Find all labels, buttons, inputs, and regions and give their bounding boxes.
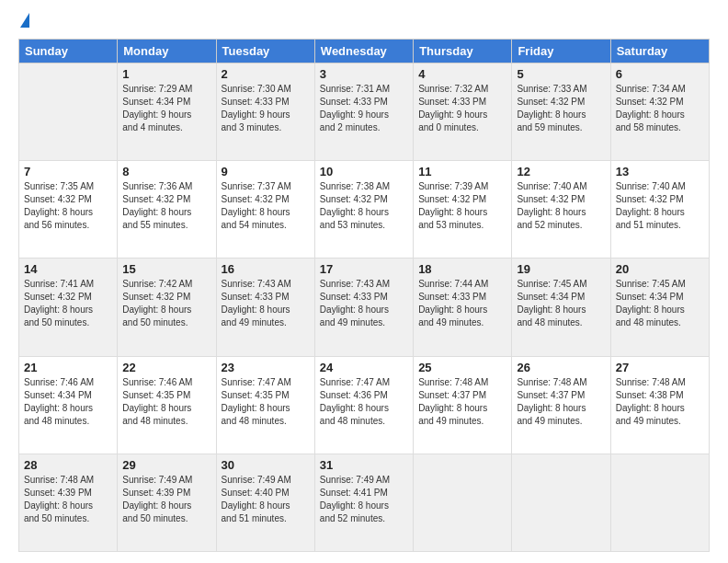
calendar-cell: 25Sunrise: 7:48 AMSunset: 4:37 PMDayligh… bbox=[414, 356, 512, 454]
cell-info: Sunrise: 7:45 AMSunset: 4:34 PMDaylight:… bbox=[616, 278, 704, 329]
calendar-cell: 20Sunrise: 7:45 AMSunset: 4:34 PMDayligh… bbox=[610, 259, 709, 356]
calendar-cell: 28Sunrise: 7:48 AMSunset: 4:39 PMDayligh… bbox=[19, 454, 118, 551]
logo bbox=[18, 15, 26, 29]
cell-day-number: 1 bbox=[122, 67, 210, 81]
cell-day-number: 24 bbox=[320, 361, 408, 374]
cell-day-number: 19 bbox=[517, 262, 605, 276]
header-day-friday: Friday bbox=[512, 40, 610, 63]
calendar-cell: 10Sunrise: 7:38 AMSunset: 4:32 PMDayligh… bbox=[314, 161, 413, 259]
cell-day-number: 28 bbox=[24, 458, 112, 472]
cell-day-number: 11 bbox=[418, 165, 506, 178]
calendar-cell bbox=[512, 454, 610, 551]
cell-info: Sunrise: 7:38 AMSunset: 4:32 PMDaylight:… bbox=[320, 180, 408, 232]
cell-info: Sunrise: 7:47 AMSunset: 4:36 PMDaylight:… bbox=[320, 376, 408, 428]
cell-day-number: 16 bbox=[222, 262, 310, 276]
header-day-wednesday: Wednesday bbox=[314, 40, 413, 63]
cell-day-number: 22 bbox=[122, 361, 210, 374]
header-day-thursday: Thursday bbox=[414, 40, 512, 63]
calendar-cell: 19Sunrise: 7:45 AMSunset: 4:34 PMDayligh… bbox=[512, 259, 610, 356]
cell-day-number: 9 bbox=[222, 165, 310, 178]
cell-info: Sunrise: 7:47 AMSunset: 4:35 PMDaylight:… bbox=[222, 376, 310, 428]
cell-day-number: 29 bbox=[122, 458, 210, 472]
calendar-cell: 6Sunrise: 7:34 AMSunset: 4:32 PMDaylight… bbox=[610, 63, 709, 161]
calendar-cell: 27Sunrise: 7:48 AMSunset: 4:38 PMDayligh… bbox=[610, 356, 709, 454]
calendar-cell bbox=[19, 63, 118, 161]
cell-info: Sunrise: 7:42 AMSunset: 4:32 PMDaylight:… bbox=[122, 278, 210, 329]
cell-day-number: 5 bbox=[517, 67, 605, 81]
header-day-tuesday: Tuesday bbox=[216, 40, 314, 63]
cell-info: Sunrise: 7:40 AMSunset: 4:32 PMDaylight:… bbox=[616, 180, 704, 232]
calendar-cell: 15Sunrise: 7:42 AMSunset: 4:32 PMDayligh… bbox=[118, 259, 216, 356]
calendar-cell: 2Sunrise: 7:30 AMSunset: 4:33 PMDaylight… bbox=[216, 63, 314, 161]
calendar-week-3: 14Sunrise: 7:41 AMSunset: 4:32 PMDayligh… bbox=[19, 259, 710, 356]
calendar-cell: 26Sunrise: 7:48 AMSunset: 4:37 PMDayligh… bbox=[512, 356, 610, 454]
cell-info: Sunrise: 7:46 AMSunset: 4:35 PMDaylight:… bbox=[122, 376, 210, 428]
calendar-cell: 4Sunrise: 7:32 AMSunset: 4:33 PMDaylight… bbox=[414, 63, 512, 161]
calendar-week-5: 28Sunrise: 7:48 AMSunset: 4:39 PMDayligh… bbox=[19, 454, 710, 551]
calendar-cell: 12Sunrise: 7:40 AMSunset: 4:32 PMDayligh… bbox=[512, 161, 610, 259]
cell-day-number: 15 bbox=[122, 262, 210, 276]
calendar-cell: 5Sunrise: 7:33 AMSunset: 4:32 PMDaylight… bbox=[512, 63, 610, 161]
calendar-cell: 13Sunrise: 7:40 AMSunset: 4:32 PMDayligh… bbox=[610, 161, 709, 259]
cell-info: Sunrise: 7:37 AMSunset: 4:32 PMDaylight:… bbox=[222, 180, 310, 232]
calendar-cell: 1Sunrise: 7:29 AMSunset: 4:34 PMDaylight… bbox=[118, 63, 216, 161]
calendar-cell: 24Sunrise: 7:47 AMSunset: 4:36 PMDayligh… bbox=[314, 356, 413, 454]
calendar-cell: 8Sunrise: 7:36 AMSunset: 4:32 PMDaylight… bbox=[118, 161, 216, 259]
cell-day-number: 12 bbox=[517, 165, 605, 178]
cell-info: Sunrise: 7:48 AMSunset: 4:39 PMDaylight:… bbox=[24, 474, 112, 525]
cell-info: Sunrise: 7:29 AMSunset: 4:34 PMDaylight:… bbox=[122, 83, 210, 134]
calendar-cell: 11Sunrise: 7:39 AMSunset: 4:32 PMDayligh… bbox=[414, 161, 512, 259]
calendar-cell: 21Sunrise: 7:46 AMSunset: 4:34 PMDayligh… bbox=[19, 356, 118, 454]
cell-day-number: 2 bbox=[222, 67, 310, 81]
calendar-cell: 23Sunrise: 7:47 AMSunset: 4:35 PMDayligh… bbox=[216, 356, 314, 454]
cell-day-number: 25 bbox=[418, 361, 506, 374]
calendar-cell: 14Sunrise: 7:41 AMSunset: 4:32 PMDayligh… bbox=[19, 259, 118, 356]
calendar-cell: 17Sunrise: 7:43 AMSunset: 4:33 PMDayligh… bbox=[314, 259, 413, 356]
cell-info: Sunrise: 7:48 AMSunset: 4:38 PMDaylight:… bbox=[616, 376, 704, 428]
cell-info: Sunrise: 7:46 AMSunset: 4:34 PMDaylight:… bbox=[24, 376, 112, 428]
header-day-saturday: Saturday bbox=[610, 40, 709, 63]
cell-info: Sunrise: 7:34 AMSunset: 4:32 PMDaylight:… bbox=[616, 83, 704, 134]
cell-info: Sunrise: 7:45 AMSunset: 4:34 PMDaylight:… bbox=[517, 278, 605, 329]
cell-day-number: 14 bbox=[24, 262, 112, 276]
cell-info: Sunrise: 7:49 AMSunset: 4:41 PMDaylight:… bbox=[320, 474, 408, 525]
calendar-week-1: 1Sunrise: 7:29 AMSunset: 4:34 PMDaylight… bbox=[19, 63, 710, 161]
cell-info: Sunrise: 7:39 AMSunset: 4:32 PMDaylight:… bbox=[418, 180, 506, 232]
cell-day-number: 23 bbox=[222, 361, 310, 374]
cell-info: Sunrise: 7:43 AMSunset: 4:33 PMDaylight:… bbox=[320, 278, 408, 329]
cell-info: Sunrise: 7:31 AMSunset: 4:33 PMDaylight:… bbox=[320, 83, 408, 134]
calendar-table: SundayMondayTuesdayWednesdayThursdayFrid… bbox=[18, 39, 710, 552]
cell-day-number: 4 bbox=[418, 67, 506, 81]
calendar-cell: 29Sunrise: 7:49 AMSunset: 4:39 PMDayligh… bbox=[118, 454, 216, 551]
calendar-cell: 7Sunrise: 7:35 AMSunset: 4:32 PMDaylight… bbox=[19, 161, 118, 259]
header bbox=[18, 15, 710, 29]
cell-day-number: 17 bbox=[320, 262, 408, 276]
cell-day-number: 13 bbox=[616, 165, 704, 178]
calendar-header-row: SundayMondayTuesdayWednesdayThursdayFrid… bbox=[19, 40, 710, 63]
cell-info: Sunrise: 7:32 AMSunset: 4:33 PMDaylight:… bbox=[418, 83, 506, 134]
calendar-cell: 18Sunrise: 7:44 AMSunset: 4:33 PMDayligh… bbox=[414, 259, 512, 356]
calendar-week-4: 21Sunrise: 7:46 AMSunset: 4:34 PMDayligh… bbox=[19, 356, 710, 454]
cell-day-number: 30 bbox=[222, 458, 310, 472]
cell-info: Sunrise: 7:48 AMSunset: 4:37 PMDaylight:… bbox=[517, 376, 605, 428]
header-day-monday: Monday bbox=[118, 40, 216, 63]
cell-day-number: 20 bbox=[616, 262, 704, 276]
calendar-cell: 30Sunrise: 7:49 AMSunset: 4:40 PMDayligh… bbox=[216, 454, 314, 551]
calendar-cell bbox=[610, 454, 709, 551]
calendar-cell: 3Sunrise: 7:31 AMSunset: 4:33 PMDaylight… bbox=[314, 63, 413, 161]
cell-info: Sunrise: 7:33 AMSunset: 4:32 PMDaylight:… bbox=[517, 83, 605, 134]
cell-day-number: 7 bbox=[24, 165, 112, 178]
cell-info: Sunrise: 7:44 AMSunset: 4:33 PMDaylight:… bbox=[418, 278, 506, 329]
cell-info: Sunrise: 7:40 AMSunset: 4:32 PMDaylight:… bbox=[517, 180, 605, 232]
cell-day-number: 8 bbox=[122, 165, 210, 178]
cell-info: Sunrise: 7:43 AMSunset: 4:33 PMDaylight:… bbox=[222, 278, 310, 329]
calendar-cell: 16Sunrise: 7:43 AMSunset: 4:33 PMDayligh… bbox=[216, 259, 314, 356]
header-day-sunday: Sunday bbox=[19, 40, 118, 63]
page: SundayMondayTuesdayWednesdayThursdayFrid… bbox=[0, 0, 728, 563]
cell-day-number: 31 bbox=[320, 458, 408, 472]
calendar-cell: 9Sunrise: 7:37 AMSunset: 4:32 PMDaylight… bbox=[216, 161, 314, 259]
cell-info: Sunrise: 7:36 AMSunset: 4:32 PMDaylight:… bbox=[122, 180, 210, 232]
logo-icon bbox=[20, 13, 29, 28]
cell-day-number: 10 bbox=[320, 165, 408, 178]
calendar-cell bbox=[414, 454, 512, 551]
